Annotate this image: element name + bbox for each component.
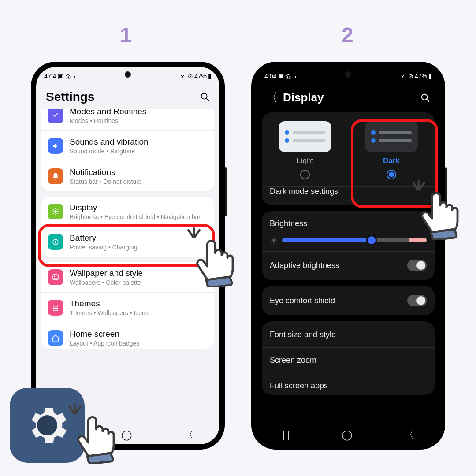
no-data-icon: ⊘ [408, 73, 413, 80]
row-title: Themes [70, 299, 208, 309]
svg-line-23 [275, 242, 276, 243]
phone-power-button [445, 167, 447, 216]
nav-home-icon[interactable]: ◯ [121, 429, 132, 441]
svg-line-9 [53, 213, 54, 214]
svg-line-7 [53, 209, 54, 210]
sun-icon [48, 204, 63, 219]
settings-card-2: DisplayBrightness • Eye comfort shield •… [41, 197, 214, 257]
eye-comfort-panel: Eye comfort shield [262, 286, 435, 315]
sound-icon [48, 138, 63, 154]
check-icon: ◎ [65, 73, 71, 80]
eye-comfort-label: Eye comfort shield [270, 296, 335, 305]
camera-notch [345, 71, 351, 78]
check-icon: ◎ [286, 73, 291, 80]
row-subtitle: Wallpapers • Color palette [70, 279, 208, 286]
modes-icon [48, 109, 63, 123]
row-title: Wallpaper and style [70, 268, 208, 278]
theme-label-dark: Dark [383, 156, 400, 165]
battery-percent: 47% [194, 73, 207, 80]
settings-row-sounds[interactable]: Sounds and vibrationSound mode • Rington… [41, 130, 214, 161]
brightness-slider[interactable] [270, 236, 427, 244]
settings-row-home[interactable]: Home screenLayout • App icon badges [41, 323, 214, 349]
brightness-sun-icon [270, 236, 278, 244]
page-title: Settings [46, 90, 94, 104]
search-icon[interactable] [200, 92, 210, 102]
wifi-icon: ᯤ [401, 73, 407, 80]
image-icon: ▣ [58, 73, 63, 80]
zoom-label: Screen zoom [270, 356, 316, 365]
settings-row-battery[interactable]: BatteryPower saving • Charging [41, 227, 214, 257]
row-title: Home screen [70, 329, 208, 339]
screen-zoom-row[interactable]: Screen zoom [262, 347, 435, 373]
search-icon[interactable] [420, 93, 430, 103]
font-label: Font size and style [270, 330, 336, 339]
image-icon: ▣ [278, 73, 284, 80]
adaptive-toggle[interactable] [407, 260, 427, 271]
overflow-dot-icon [72, 73, 76, 80]
eye-comfort-toggle[interactable] [407, 295, 427, 306]
adaptive-brightness-row[interactable]: Adaptive brightness [262, 251, 435, 279]
nav-back-icon[interactable]: 〈 [184, 428, 193, 442]
step-number-1: 1 [120, 23, 132, 47]
row-subtitle: Sound mode • Ringtone [70, 148, 208, 155]
overflow-dot-icon [293, 73, 296, 80]
font-size-row[interactable]: Font size and style [262, 322, 435, 347]
nav-back-icon[interactable]: 〈 [404, 428, 414, 442]
settings-row-display[interactable]: DisplayBrightness • Eye comfort shield •… [41, 197, 214, 227]
nav-bar: ||| ◯ 〈 [257, 426, 440, 444]
camera-notch [125, 71, 131, 78]
row-title: Notifications [70, 167, 208, 177]
row-subtitle: Status bar • Do not disturb [70, 178, 208, 185]
wallpaper-icon [48, 269, 63, 285]
row-title: Sounds and vibration [70, 137, 208, 147]
svg-line-8 [57, 213, 58, 214]
settings-row-notifications[interactable]: NotificationsStatus bar • Do not disturb [41, 161, 214, 191]
svg-line-22 [271, 238, 272, 239]
radio-light[interactable] [300, 170, 310, 179]
row-title: Display [70, 203, 208, 212]
settings-row-themes[interactable]: ThemesThemes • Wallpapers • Icons [41, 292, 214, 323]
theme-option-dark[interactable]: Dark [356, 121, 427, 179]
row-subtitle: Themes • Wallpapers • Icons [70, 309, 208, 316]
svg-line-1 [206, 98, 209, 101]
statusbar-time: 4:04 [264, 73, 276, 80]
theme-mode-panel: Light Dark Dark mode settings [262, 112, 435, 205]
light-thumbnail [279, 121, 331, 152]
full-screen-apps-row[interactable]: Full screen apps [262, 373, 435, 394]
phone-power-button [225, 167, 227, 216]
row-subtitle: Brightness • Eye comfort shield • Naviga… [70, 213, 208, 220]
full-label: Full screen apps [270, 381, 328, 390]
svg-line-16 [427, 99, 429, 101]
battery-icon: ▮ [208, 73, 212, 80]
svg-line-25 [275, 238, 276, 239]
row-subtitle: Layout • App icon badges [70, 340, 208, 347]
dark-mode-settings-link[interactable]: Dark mode settings [262, 187, 435, 204]
display-options-panel: Font size and style Screen zoom Full scr… [262, 321, 435, 395]
adaptive-label: Adaptive brightness [270, 261, 339, 270]
row-subtitle: Power saving • Charging [70, 244, 208, 251]
settings-row-modes[interactable]: Modes and RoutinesModes • Routines [41, 109, 214, 130]
theme-label-light: Light [297, 156, 313, 165]
no-data-icon: ⊘ [188, 73, 193, 80]
radio-dark[interactable] [387, 170, 396, 179]
row-subtitle: Modes • Routines [70, 117, 208, 124]
settings-row-wallpaper[interactable]: Wallpaper and styleWallpapers • Color pa… [41, 262, 214, 292]
back-icon[interactable]: 〈 [266, 90, 278, 105]
svg-point-12 [55, 241, 57, 243]
settings-card-3: Wallpaper and styleWallpapers • Color pa… [41, 262, 214, 349]
svg-line-24 [271, 242, 272, 243]
theme-option-light[interactable]: Light [270, 121, 340, 179]
settings-app-badge [10, 388, 85, 463]
battery-icon: ▮ [428, 73, 432, 80]
nav-recents-icon[interactable]: ||| [283, 429, 290, 441]
page-title: Display [283, 91, 324, 104]
home-icon [48, 330, 63, 346]
brightness-label: Brightness [270, 219, 427, 228]
row-title: Modes and Routines [70, 109, 208, 116]
row-title: Battery [70, 233, 208, 243]
eye-comfort-row[interactable]: Eye comfort shield [262, 287, 435, 314]
nav-home-icon[interactable]: ◯ [342, 429, 353, 441]
statusbar-time: 4:04 [44, 73, 56, 80]
brightness-thumb[interactable] [366, 235, 377, 245]
settings-header: Settings [36, 84, 219, 111]
